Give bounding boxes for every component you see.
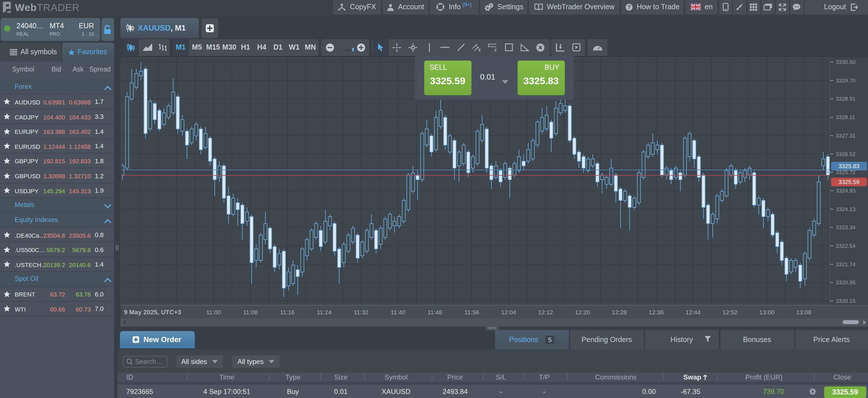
svg-text:E: E bbox=[478, 48, 481, 52]
svg-text:3321.74: 3321.74 bbox=[836, 261, 856, 267]
svg-text:3324.13: 3324.13 bbox=[836, 206, 856, 212]
svg-text:3322.54: 3322.54 bbox=[836, 243, 856, 249]
svg-text:3325.83: 3325.83 bbox=[839, 163, 859, 169]
svg-text:3329.70: 3329.70 bbox=[836, 78, 856, 84]
svg-text:?: ? bbox=[627, 4, 630, 10]
svg-text:3320.95: 3320.95 bbox=[836, 280, 856, 286]
svg-text:3324.93: 3324.93 bbox=[836, 188, 856, 194]
svg-text:3328.11: 3328.11 bbox=[836, 114, 855, 120]
svg-text:3326.52: 3326.52 bbox=[836, 151, 856, 157]
svg-text:3330.50: 3330.50 bbox=[836, 59, 856, 65]
svg-text:3320.15: 3320.15 bbox=[836, 298, 856, 304]
svg-text:3323.34: 3323.34 bbox=[836, 224, 856, 230]
svg-text:3327.31: 3327.31 bbox=[836, 133, 856, 139]
svg-text:3325.59: 3325.59 bbox=[839, 179, 859, 185]
svg-text:3328.91: 3328.91 bbox=[836, 96, 856, 102]
svg-text:F: F bbox=[495, 48, 497, 52]
